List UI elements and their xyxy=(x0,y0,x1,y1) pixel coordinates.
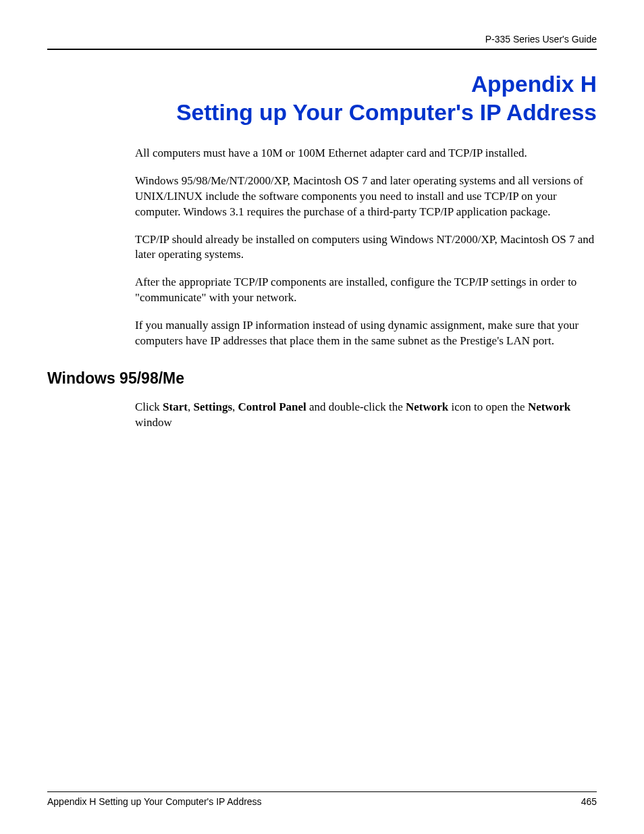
footer-text: Appendix H Setting up Your Computer's IP… xyxy=(47,796,262,807)
footer-rule xyxy=(47,791,597,792)
paragraph: All computers must have a 10M or 100M Et… xyxy=(135,146,597,161)
paragraph: If you manually assign IP information in… xyxy=(135,318,597,349)
section-heading: Windows 95/98/Me xyxy=(47,369,597,388)
section-body: Click Start, Settings, Control Panel and… xyxy=(135,400,597,431)
intro-paragraphs: All computers must have a 10M or 100M Et… xyxy=(135,146,597,349)
page: P-335 Series User's Guide Appendix H Set… xyxy=(0,0,644,834)
running-header: P-335 Series User's Guide xyxy=(47,34,597,49)
instruction-line: Click Start, Settings, Control Panel and… xyxy=(135,400,597,431)
footer: Appendix H Setting up Your Computer's IP… xyxy=(47,791,597,807)
paragraph: TCP/IP should already be installed on co… xyxy=(135,232,597,263)
header-rule xyxy=(47,49,597,50)
guide-title: P-335 Series User's Guide xyxy=(485,34,597,45)
appendix-title: Setting up Your Computer's IP Address xyxy=(47,99,597,127)
page-number: 465 xyxy=(581,796,597,807)
appendix-label: Appendix H xyxy=(47,70,597,99)
paragraph: After the appropriate TCP/IP components … xyxy=(135,275,597,306)
title-block: Appendix H Setting up Your Computer's IP… xyxy=(47,70,597,127)
paragraph: Windows 95/98/Me/NT/2000/XP, Macintosh O… xyxy=(135,174,597,220)
